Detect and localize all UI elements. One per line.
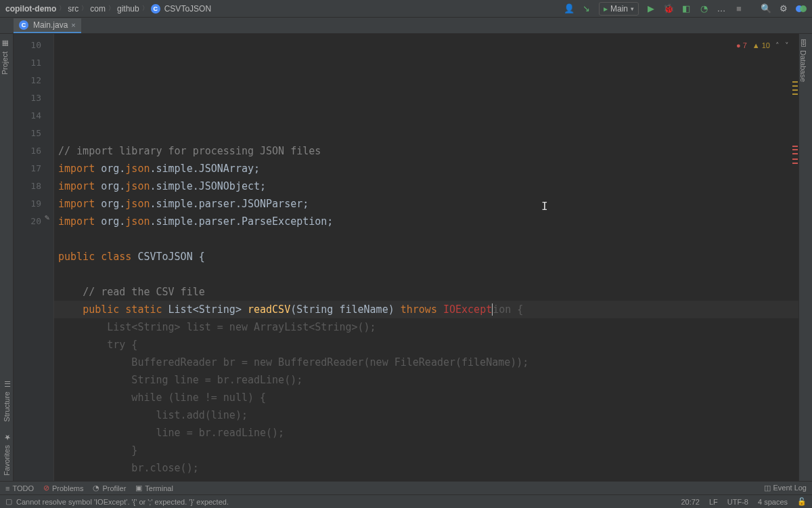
code-line[interactable]: try {	[54, 336, 798, 354]
code-line[interactable]: public class CSVToJSON {	[54, 248, 798, 266]
line-number[interactable]: 18	[14, 177, 53, 195]
code-area[interactable]: ●7 ▲10 ˄ ˅ I // import library for proce…	[54, 34, 798, 481]
code-line[interactable]: // read the CSV file	[54, 283, 798, 301]
chevron-up-icon[interactable]: ˄	[775, 37, 780, 54]
line-number[interactable]: 16	[14, 142, 53, 160]
code-line[interactable]: }	[54, 442, 798, 459]
indent-setting[interactable]: 4 spaces	[758, 498, 788, 506]
tool-window-project[interactable]: Project▦	[0, 34, 9, 80]
profiler-icon[interactable]: ◔	[698, 3, 709, 14]
code-token: public static	[83, 303, 168, 316]
line-number[interactable]: 10	[14, 37, 53, 54]
line-number[interactable]	[14, 442, 53, 459]
line-number[interactable]	[14, 371, 53, 389]
code-line[interactable]: public static List<String> readCSV(Strin…	[54, 301, 798, 318]
code-line[interactable]: BufferedReader br = new BufferedReader(n…	[54, 354, 798, 371]
code-line[interactable]: line = br.readLine();	[54, 424, 798, 442]
tool-window-problems[interactable]: ⊘ Problems	[43, 484, 83, 492]
chevron-down-icon[interactable]: ˅	[785, 37, 789, 54]
code-token: {	[193, 251, 205, 263]
line-number[interactable]	[14, 230, 53, 248]
close-icon[interactable]: ×	[71, 21, 75, 29]
line-number[interactable]	[14, 301, 53, 318]
breadcrumb-item[interactable]: github	[117, 4, 139, 14]
code-line[interactable]: br.close();	[54, 459, 798, 477]
chevron-right-icon: 〉	[59, 4, 65, 13]
code-line[interactable]: // import library for processing JSON fi…	[54, 142, 798, 160]
code-line[interactable]	[54, 230, 798, 248]
event-log-button[interactable]: ◫ Event Log	[764, 484, 807, 492]
debug-icon[interactable]: 🐞	[663, 3, 674, 14]
tool-window-todo[interactable]: ≡ TODO	[5, 484, 34, 492]
line-number[interactable]	[14, 283, 53, 301]
tool-window-profiler[interactable]: ◔ Profiler	[93, 484, 126, 492]
file-encoding[interactable]: UTF-8	[727, 498, 748, 506]
line-number[interactable]	[14, 406, 53, 424]
line-number[interactable]: 12	[14, 72, 53, 89]
code-token: org.	[101, 215, 125, 228]
editor-tab-main[interactable]: C Main.java ×	[14, 18, 81, 33]
attach-icon[interactable]: …	[716, 3, 727, 14]
line-number[interactable]: 11	[14, 54, 53, 72]
stop-icon[interactable]: ■	[734, 3, 744, 14]
code-line[interactable]	[54, 266, 798, 283]
editor-tabs: C Main.java ×	[0, 18, 812, 34]
line-number[interactable]	[14, 266, 53, 283]
search-icon[interactable]: 🔍	[761, 3, 771, 14]
code-token: try {	[58, 339, 137, 351]
line-number[interactable]	[14, 389, 53, 406]
line-number[interactable]	[14, 424, 53, 442]
line-number[interactable]: 14	[14, 107, 53, 125]
code-line[interactable]: import org.json.simple.JSONObject;	[54, 177, 798, 195]
breadcrumb-item[interactable]: copilot-demo	[5, 4, 56, 14]
line-number[interactable]	[14, 318, 53, 336]
code-token: }	[58, 444, 137, 457]
code-token: import	[58, 198, 101, 210]
navigation-bar: copilot-demo 〉 src 〉 com 〉 github 〉 C CS…	[0, 0, 812, 18]
class-icon: C	[151, 4, 160, 14]
user-add-icon[interactable]: 👤	[564, 3, 574, 14]
gutter-edit-icon[interactable]: ✎	[45, 213, 49, 222]
code-line[interactable]	[54, 125, 798, 142]
run-icon[interactable]: ▶	[646, 3, 656, 14]
breadcrumb-item[interactable]: src	[68, 4, 78, 14]
code-line[interactable]: import org.json.simple.JSONArray;	[54, 160, 798, 177]
breadcrumb-item[interactable]: CSVToJSON	[164, 4, 211, 14]
tool-windows-icon[interactable]: ▢	[5, 497, 12, 506]
code-line[interactable]: while (line != null) {	[54, 389, 798, 406]
tool-window-structure[interactable]: Structure☰	[2, 374, 11, 427]
line-number[interactable]: 15	[14, 125, 53, 142]
code-token: BufferedReader br = new BufferedReader(n…	[58, 356, 528, 368]
breadcrumb-item[interactable]: com	[90, 4, 106, 14]
coverage-icon[interactable]: ◧	[681, 3, 692, 14]
line-number[interactable]	[14, 354, 53, 371]
tool-window-terminal[interactable]: ▣ Terminal	[135, 484, 173, 492]
caret-position[interactable]: 20:72	[681, 498, 700, 506]
line-separator[interactable]: LF	[709, 498, 718, 506]
line-number[interactable]: 17	[14, 160, 53, 177]
error-count: 7	[743, 37, 747, 54]
code-line[interactable]: list.add(line);	[54, 406, 798, 424]
copilot-icon[interactable]	[796, 3, 807, 14]
error-stripe[interactable]	[792, 34, 798, 481]
line-number[interactable]	[14, 248, 53, 266]
tab-label: Main.java	[33, 20, 68, 30]
code-token	[58, 286, 83, 298]
tool-window-database[interactable]: 🗄Database	[799, 34, 807, 87]
tool-window-favorites[interactable]: Favorites★	[2, 427, 11, 481]
settings-icon[interactable]: ⚙	[778, 3, 789, 14]
code-line[interactable]: import org.json.simple.parser.JSONParser…	[54, 195, 798, 213]
lock-icon[interactable]: 🔓	[797, 497, 807, 506]
toolbar-actions: 👤 ↘ ▸ Main ▾ ▶ 🐞 ◧ ◔ … ■ 🔍 ⚙	[564, 2, 807, 16]
code-line[interactable]: import org.json.simple.parser.ParseExcep…	[54, 213, 798, 230]
build-icon[interactable]: ↘	[581, 3, 592, 14]
line-number[interactable]: 13	[14, 89, 53, 107]
code-line[interactable]: String line = br.readLine();	[54, 371, 798, 389]
code-line[interactable]: List<String> list = new ArrayList<String…	[54, 318, 798, 336]
inspection-widget[interactable]: ●7 ▲10 ˄ ˅	[736, 37, 789, 54]
line-number[interactable]	[14, 336, 53, 354]
line-number[interactable]	[14, 459, 53, 477]
run-configuration-selector[interactable]: ▸ Main ▾	[599, 2, 639, 16]
line-number[interactable]: 19	[14, 195, 53, 213]
gutter[interactable]: 101112131415161718192021	[14, 34, 54, 481]
